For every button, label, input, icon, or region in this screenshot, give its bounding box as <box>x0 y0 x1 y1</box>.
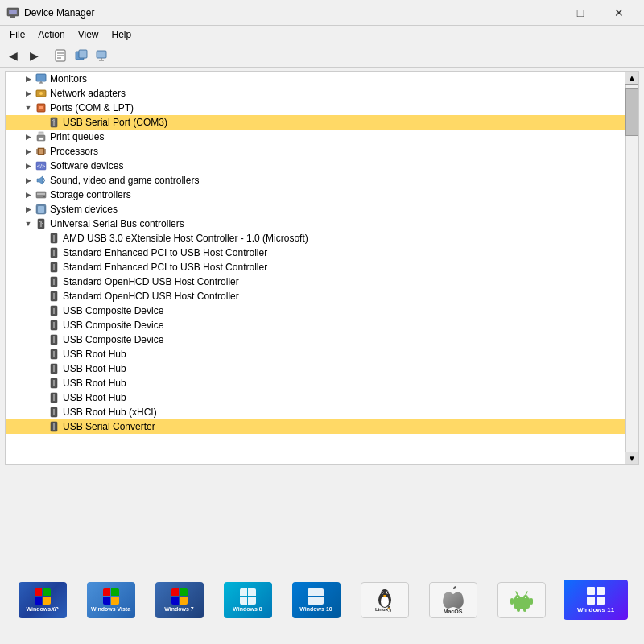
back-button[interactable]: ◀ <box>3 46 23 65</box>
svg-point-78 <box>382 592 382 593</box>
forward-button[interactable]: ▶ <box>24 46 43 65</box>
list-item[interactable]: USB Serial Converter <box>6 419 625 434</box>
list-item[interactable]: USB Root Hub <box>6 361 625 376</box>
item-label: USB Root Hub <box>63 392 126 403</box>
list-item[interactable]: Standard Enhanced PCI to USB Host Contro… <box>6 246 625 260</box>
expand-icon[interactable]: ▼ <box>22 217 35 230</box>
expand-icon[interactable]: ▶ <box>22 159 35 172</box>
svg-rect-90 <box>510 598 514 605</box>
list-item[interactable]: AMD USB 3.0 eXtensible Host Controller -… <box>6 231 625 246</box>
minimize-button[interactable]: — <box>523 1 560 25</box>
usb-device-icon <box>47 232 60 245</box>
win11-badge: Windows 11 <box>564 580 628 620</box>
svg-point-74 <box>381 596 389 607</box>
usb-device-icon <box>47 362 60 375</box>
usb-device-icon <box>47 406 60 419</box>
list-item[interactable]: Standard Enhanced PCI to USB Host Contro… <box>6 260 625 275</box>
monitor-icon <box>35 72 47 85</box>
svg-text:🐧: 🐧 <box>386 605 393 612</box>
usb-device-icon <box>47 246 60 259</box>
svg-rect-2 <box>10 16 15 18</box>
network-icon <box>35 87 47 100</box>
list-item[interactable]: Standard OpenHCD USB Host Controller <box>6 289 625 303</box>
svg-rect-25 <box>39 138 43 140</box>
expand-icon[interactable]: ▶ <box>22 203 35 216</box>
svg-text:</>: </> <box>37 163 45 169</box>
usb-device-icon <box>47 290 60 303</box>
list-item[interactable]: ▶ </> Software devices <box>6 159 625 173</box>
expand-spacer <box>35 261 47 274</box>
maximize-button[interactable]: □ <box>562 1 599 25</box>
scan-changes-button[interactable] <box>93 46 112 65</box>
list-item[interactable]: ▶ Monitors <box>6 72 625 86</box>
expand-icon[interactable]: ▶ <box>22 145 35 158</box>
win7-badge: Windows 7 <box>155 582 204 618</box>
vista-badge: Windows Vista <box>87 582 135 618</box>
menu-bar: File Action View Help <box>0 26 644 43</box>
android-badge <box>497 582 546 618</box>
list-item[interactable]: ▶ Processors <box>6 144 625 159</box>
svg-rect-8 <box>79 50 87 58</box>
menu-action[interactable]: Action <box>31 27 71 42</box>
list-item[interactable]: ▶ Storage controllers <box>6 188 625 202</box>
win8-badge: Windows 8 <box>224 582 272 618</box>
list-item[interactable]: ▼ Ports (COM & LPT) <box>6 101 625 115</box>
expand-spacer <box>35 420 47 433</box>
close-button[interactable]: ✕ <box>601 1 638 25</box>
expand-spacer <box>35 304 47 317</box>
list-item[interactable]: ▶ Sound, video and game controllers <box>6 173 625 188</box>
scroll-thumb[interactable] <box>625 88 638 136</box>
software-icon: </> <box>35 159 47 172</box>
expand-spacer <box>35 246 47 259</box>
usb-device-icon <box>47 261 60 274</box>
usb-icon <box>47 116 60 129</box>
list-item[interactable]: USB Root Hub <box>6 390 625 405</box>
item-label: Storage controllers <box>50 189 131 200</box>
print-icon <box>35 130 47 143</box>
os-logo-android <box>495 582 547 618</box>
item-label: USB Root Hub <box>63 363 126 374</box>
item-label: USB Root Hub (xHCI) <box>63 407 157 418</box>
expand-spacer <box>35 333 47 346</box>
list-item[interactable]: USB Root Hub <box>6 376 625 390</box>
update-driver-button[interactable] <box>72 46 91 65</box>
expand-icon[interactable]: ▶ <box>22 174 35 187</box>
expand-icon[interactable]: ▼ <box>22 101 35 114</box>
list-item[interactable]: ▶ System devices <box>6 202 625 217</box>
item-label: Print queues <box>50 131 104 142</box>
menu-help[interactable]: Help <box>105 27 138 42</box>
scroll-down-button[interactable]: ▼ <box>625 452 638 464</box>
device-tree[interactable]: ▶ Monitors ▶ Network adapters ▼ <box>5 71 639 465</box>
list-item[interactable]: USB Composite Device <box>6 318 625 332</box>
ports-icon <box>35 101 47 114</box>
usb-device-icon <box>47 275 60 288</box>
item-label: USB Root Hub <box>63 349 126 360</box>
menu-file[interactable]: File <box>3 27 31 42</box>
list-item[interactable]: USB Composite Device <box>6 303 625 318</box>
os-logo-win7: Windows 7 <box>153 582 205 618</box>
expand-icon[interactable]: ▶ <box>22 72 35 85</box>
scroll-up-button[interactable]: ▲ <box>625 72 638 85</box>
scrollbar[interactable]: ▲ ▼ <box>625 72 638 464</box>
svg-rect-93 <box>523 608 526 612</box>
expand-icon[interactable]: ▶ <box>22 130 35 143</box>
list-item[interactable]: ▶ Print queues <box>6 130 625 144</box>
item-label: USB Composite Device <box>63 334 163 345</box>
properties-button[interactable] <box>51 46 70 65</box>
os-logo-win10: Windows 10 <box>290 582 342 618</box>
expand-spacer <box>35 391 47 404</box>
expand-icon[interactable]: ▶ <box>22 188 35 201</box>
list-item[interactable]: USB Root Hub (xHCI) <box>6 405 625 419</box>
list-item[interactable]: USB Composite Device <box>6 332 625 347</box>
menu-view[interactable]: View <box>72 27 105 42</box>
svg-point-80 <box>383 595 386 597</box>
list-item[interactable]: ▼ Universal Serial Bus controllers <box>6 217 625 231</box>
list-item[interactable]: USB Serial Port (COM3) <box>6 115 625 130</box>
item-label: Standard Enhanced PCI to USB Host Contro… <box>63 247 267 258</box>
expand-icon[interactable]: ▶ <box>22 87 35 100</box>
list-item[interactable]: USB Root Hub <box>6 347 625 361</box>
svg-rect-92 <box>517 608 520 612</box>
list-item[interactable]: Standard OpenHCD USB Host Controller <box>6 275 625 289</box>
list-item[interactable]: ▶ Network adapters <box>6 86 625 101</box>
win10-badge: Windows 10 <box>292 582 341 618</box>
